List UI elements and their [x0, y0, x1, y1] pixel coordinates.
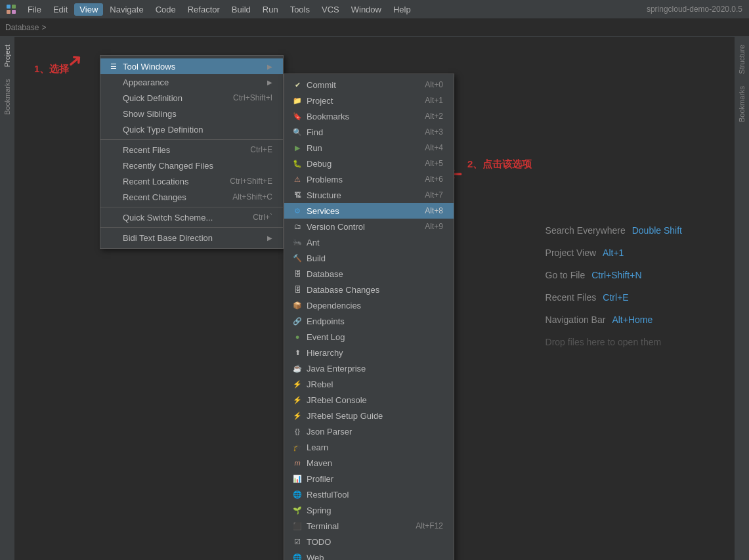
submenu-services[interactable]: ⚙ Services Alt+8: [284, 203, 454, 219]
spring-icon: 🌱: [292, 505, 303, 515]
database-icon: 🗄: [292, 269, 303, 279]
menu-window[interactable]: Window: [346, 3, 387, 16]
menu-item-tool-windows[interactable]: ☰ Tool Windows ▶: [100, 58, 283, 74]
services-icon: ⚙: [292, 205, 303, 216]
recent-files-label: Recent Files: [123, 145, 233, 155]
hierarchy-label: Hierarchy: [307, 348, 443, 358]
svg-rect-2: [7, 10, 11, 14]
submenu-structure[interactable]: 🏗 Structure Alt+7: [284, 187, 454, 203]
find-label: Find: [307, 127, 408, 137]
submenu-dependencies[interactable]: 📦 Dependencies: [284, 297, 454, 313]
submenu-learn[interactable]: 🎓 Learn: [284, 439, 454, 455]
submenu-version-control[interactable]: 🗂 Version Control Alt+9: [284, 219, 454, 234]
submenu-profiler[interactable]: 📊 Profiler: [284, 471, 454, 486]
submenu-maven[interactable]: m Maven: [284, 455, 454, 471]
run-icon: ▶: [292, 142, 303, 153]
submenu-java-enterprise[interactable]: ☕ Java Enterprise: [284, 360, 454, 376]
menu-refactor[interactable]: Refactor: [182, 3, 225, 16]
problems-shortcut: Alt+6: [425, 175, 443, 184]
menu-item-recent-changes[interactable]: Recent Changes Alt+Shift+C: [100, 189, 283, 205]
shortcut-row-goto-file: Go to File Ctrl+Shift+N: [546, 270, 682, 280]
recently-changed-files-icon: [108, 160, 119, 171]
submenu-json-parser[interactable]: {} Json Parser: [284, 423, 454, 439]
dependencies-icon: 📦: [292, 300, 303, 311]
jrebel-icon: ⚡: [292, 379, 303, 389]
submenu-restful-tool[interactable]: 🌐 RestfulTool: [284, 486, 454, 502]
submenu-event-log[interactable]: ● Event Log: [284, 329, 454, 345]
menu-run[interactable]: Run: [257, 3, 284, 16]
menu-item-quick-switch-scheme[interactable]: Quick Switch Scheme... Ctrl+`: [100, 209, 283, 225]
menu-item-appearance[interactable]: Appearance ▶: [100, 74, 283, 90]
submenu-bookmarks[interactable]: 🔖 Bookmarks Alt+2: [284, 108, 454, 124]
menu-help[interactable]: Help: [388, 3, 416, 16]
submenu-terminal[interactable]: ⬛ Terminal Alt+F12: [284, 518, 454, 534]
menu-item-quick-type-definition[interactable]: Quick Type Definition: [100, 121, 283, 137]
app-logo: [5, 3, 17, 15]
submenu-build[interactable]: 🔨 Build: [284, 250, 454, 266]
shortcut-row-search: Search Everywhere Double Shift: [546, 225, 682, 236]
submenu-database-changes[interactable]: 🗄 Database Changes: [284, 282, 454, 297]
submenu-run[interactable]: ▶ Run Alt+4: [284, 140, 454, 156]
database-changes-icon: 🗄: [292, 284, 303, 295]
menu-file[interactable]: File: [22, 3, 47, 16]
submenu-jrebel-console[interactable]: ⚡ JRebel Console: [284, 392, 454, 408]
jrebel-console-label: JRebel Console: [307, 395, 443, 405]
menu-item-bidi-text[interactable]: Bidi Text Base Direction ▶: [100, 230, 283, 246]
submenu-commit[interactable]: ✔ Commit Alt+0: [284, 77, 454, 93]
java-enterprise-icon: ☕: [292, 363, 303, 374]
submenu-web[interactable]: 🌐 Web: [284, 549, 454, 560]
menu-build[interactable]: Build: [226, 3, 256, 16]
services-label: Services: [307, 206, 408, 216]
submenu-project[interactable]: 📁 Project Alt+1: [284, 93, 454, 108]
structure-icon: 🏗: [292, 190, 303, 200]
menu-view[interactable]: View: [74, 3, 103, 16]
profiler-label: Profiler: [307, 474, 443, 484]
bookmarks-label: Bookmarks: [307, 112, 408, 121]
sidebar-tab-project[interactable]: Project: [1, 39, 13, 72]
spring-label: Spring: [307, 506, 443, 515]
shortcut-row-project: Project View Alt+1: [546, 248, 682, 258]
submenu-jrebel[interactable]: ⚡ JRebel: [284, 376, 454, 392]
terminal-icon: ⬛: [292, 521, 303, 531]
json-parser-icon: {}: [292, 426, 303, 437]
search-everywhere-label: Search Everywhere: [546, 225, 626, 236]
submenu-spring[interactable]: 🌱 Spring: [284, 502, 454, 518]
show-siblings-label: Show Siblings: [123, 109, 272, 119]
sidebar-tab-bookmarks[interactable]: Bookmarks: [1, 74, 13, 120]
sidebar-tab-right-bookmarks[interactable]: Bookmarks: [736, 81, 748, 127]
commit-shortcut: Alt+0: [425, 80, 443, 89]
submenu-debug[interactable]: 🐛 Debug Alt+5: [284, 156, 454, 171]
menu-tools[interactable]: Tools: [285, 3, 315, 16]
json-parser-label: Json Parser: [307, 427, 443, 437]
submenu-hierarchy[interactable]: ⬆ Hierarchy: [284, 345, 454, 360]
bidi-text-arrow: ▶: [267, 234, 272, 242]
submenu-database[interactable]: 🗄 Database: [284, 266, 454, 282]
sidebar-tab-structure[interactable]: Structure: [736, 39, 748, 79]
ant-icon: 🐜: [292, 237, 303, 248]
menu-item-show-siblings[interactable]: Show Siblings: [100, 106, 283, 121]
menu-navigate[interactable]: Navigate: [104, 3, 148, 16]
submenu-problems[interactable]: ⚠ Problems Alt+6: [284, 171, 454, 187]
menu-bar: File Edit View Navigate Code Refactor Bu…: [0, 0, 749, 18]
menu-vcs[interactable]: VCS: [316, 3, 345, 16]
submenu-find[interactable]: 🔍 Find Alt+3: [284, 124, 454, 140]
menu-item-recent-locations[interactable]: Recent Locations Ctrl+Shift+E: [100, 173, 283, 189]
terminal-label: Terminal: [307, 521, 398, 531]
submenu-todo[interactable]: ☑ TODO: [284, 534, 454, 549]
menu-item-recently-changed-files[interactable]: Recently Changed Files: [100, 158, 283, 173]
menu-code[interactable]: Code: [150, 3, 181, 16]
breadcrumb-database[interactable]: Database: [5, 23, 39, 32]
shortcut-row-nav-bar: Navigation Bar Alt+Home: [546, 314, 682, 325]
menu-item-quick-definition[interactable]: Quick Definition Ctrl+Shift+I: [100, 90, 283, 106]
submenu-jrebel-setup[interactable]: ⚡ JRebel Setup Guide: [284, 408, 454, 423]
menu-edit[interactable]: Edit: [48, 3, 73, 16]
content-area: ☰ Tool Windows ▶ Appearance ▶ Quick Defi…: [14, 37, 735, 560]
endpoints-icon: 🔗: [292, 316, 303, 326]
quick-definition-shortcut: Ctrl+Shift+I: [233, 93, 272, 102]
submenu-endpoints[interactable]: 🔗 Endpoints: [284, 313, 454, 329]
separator-3: [100, 227, 283, 228]
menu-item-recent-files[interactable]: Recent Files Ctrl+E: [100, 142, 283, 158]
submenu-ant[interactable]: 🐜 Ant: [284, 234, 454, 250]
todo-icon: ☑: [292, 536, 303, 547]
appearance-icon: [108, 77, 119, 87]
